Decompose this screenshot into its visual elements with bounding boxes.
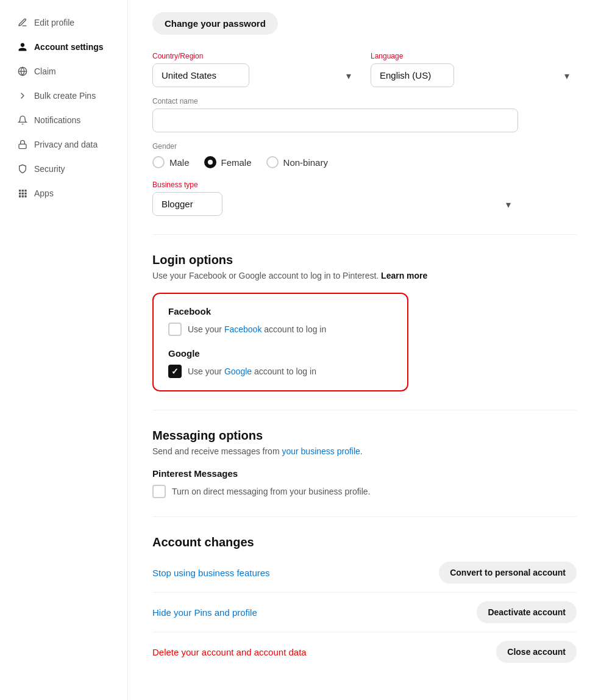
contact-name-input[interactable] bbox=[152, 109, 518, 132]
gender-nonbinary-text: Non-binary bbox=[283, 157, 328, 168]
sidebar-item-notifications[interactable]: Notifications bbox=[5, 109, 123, 132]
sidebar-item-account-settings[interactable]: Account settings bbox=[5, 35, 123, 59]
account-change-row-business: Stop using business features Convert to … bbox=[152, 553, 577, 593]
login-options-subtitle-text: Use your Facebook or Google account to l… bbox=[152, 271, 379, 280]
svg-rect-8 bbox=[24, 193, 26, 195]
account-change-row-hide: Hide your Pins and profile Deactivate ac… bbox=[152, 593, 577, 632]
account-changes-section: Account changes Stop using business feat… bbox=[152, 535, 577, 671]
svg-rect-9 bbox=[19, 195, 21, 197]
facebook-checkbox-label[interactable]: Use your Facebook account to log in bbox=[168, 323, 393, 336]
business-type-select[interactable]: Blogger Retailer Brand Publisher bbox=[152, 192, 222, 216]
pinterest-messages-checkbox-label[interactable]: Turn on direct messaging from your busin… bbox=[152, 485, 577, 498]
login-options-subtitle: Use your Facebook or Google account to l… bbox=[152, 271, 577, 280]
change-password-button[interactable]: Change your password bbox=[152, 12, 278, 35]
contact-name-label: Contact name bbox=[152, 97, 518, 105]
hide-pins-label: Hide your Pins and profile bbox=[152, 607, 257, 618]
svg-rect-11 bbox=[24, 195, 26, 197]
close-account-button[interactable]: Close account bbox=[496, 641, 577, 663]
gender-female-label[interactable]: Female bbox=[204, 156, 252, 168]
divider-3 bbox=[152, 516, 577, 517]
language-group: Language English (US) Spanish French bbox=[371, 52, 577, 87]
person-icon bbox=[17, 41, 28, 52]
sidebar: Edit profile Account settings Claim Bulk… bbox=[0, 0, 128, 700]
delete-account-label: Delete your account and account data bbox=[152, 647, 307, 657]
svg-rect-10 bbox=[22, 195, 24, 197]
google-checkbox-label[interactable]: Use your Google account to log in bbox=[168, 365, 393, 378]
facebook-checkbox-text: Use your Facebook account to log in bbox=[188, 324, 326, 334]
language-select-wrapper: English (US) Spanish French bbox=[371, 63, 577, 87]
lock-icon bbox=[17, 139, 28, 150]
google-option: Google Use your Google account to log in bbox=[168, 348, 393, 378]
sidebar-item-label: Account settings bbox=[34, 42, 104, 52]
gender-nonbinary-radio[interactable] bbox=[266, 156, 279, 168]
login-options-title: Login options bbox=[152, 253, 577, 267]
shield-icon bbox=[17, 163, 28, 174]
pins-link[interactable]: Pins bbox=[194, 607, 212, 618]
sidebar-item-apps[interactable]: Apps bbox=[5, 182, 123, 205]
divider-2 bbox=[152, 410, 577, 410]
contact-name-group: Contact name bbox=[152, 97, 518, 132]
language-select[interactable]: English (US) Spanish French bbox=[371, 63, 454, 87]
gender-male-radio[interactable] bbox=[152, 156, 165, 168]
google-link[interactable]: Google bbox=[224, 366, 252, 376]
country-select-wrapper: United States Canada United Kingdom bbox=[152, 63, 358, 87]
business-profile-link[interactable]: your business profile bbox=[282, 446, 360, 456]
learn-more-link[interactable]: Learn more bbox=[381, 271, 427, 280]
messaging-options-title: Messaging options bbox=[152, 429, 577, 443]
login-options-box: Facebook Use your Facebook account to lo… bbox=[152, 293, 408, 391]
gender-male-label[interactable]: Male bbox=[152, 156, 190, 168]
gender-female-radio[interactable] bbox=[204, 156, 216, 168]
globe-icon bbox=[17, 66, 28, 77]
facebook-checkbox[interactable] bbox=[168, 323, 182, 336]
gender-nonbinary-label[interactable]: Non-binary bbox=[266, 156, 328, 168]
main-content: Change your password Country/Region Unit… bbox=[128, 0, 601, 700]
facebook-option: Facebook Use your Facebook account to lo… bbox=[168, 306, 393, 336]
svg-rect-3 bbox=[19, 190, 21, 191]
arrow-right-icon bbox=[17, 90, 28, 101]
svg-rect-6 bbox=[19, 193, 21, 195]
stop-business-label: Stop using business features bbox=[152, 568, 270, 578]
sidebar-item-bulk-create-pins[interactable]: Bulk create Pins bbox=[5, 84, 123, 107]
divider-1 bbox=[152, 234, 577, 235]
business-type-select-wrapper: Blogger Retailer Brand Publisher bbox=[152, 192, 518, 216]
facebook-link[interactable]: Facebook bbox=[224, 324, 261, 334]
gender-female-text: Female bbox=[221, 157, 252, 168]
bell-icon bbox=[17, 115, 28, 126]
sidebar-item-label: Notifications bbox=[34, 115, 80, 125]
pinterest-messages-title: Pinterest Messages bbox=[152, 468, 577, 479]
svg-rect-4 bbox=[22, 190, 24, 191]
pencil-icon bbox=[17, 17, 28, 28]
svg-rect-2 bbox=[19, 144, 26, 148]
messaging-options-section: Messaging options Send and receive messa… bbox=[152, 429, 577, 498]
business-type-group: Business type Blogger Retailer Brand Pub… bbox=[152, 180, 518, 216]
sidebar-item-edit-profile[interactable]: Edit profile bbox=[5, 11, 123, 34]
gender-radio-group: Male Female Non-binary bbox=[152, 156, 577, 168]
business-type-label: Business type bbox=[152, 180, 518, 189]
gender-group: Gender Male Female Non-binary bbox=[152, 142, 577, 171]
convert-to-personal-button[interactable]: Convert to personal account bbox=[439, 562, 577, 584]
pinterest-messages-text: Turn on direct messaging from your busin… bbox=[172, 487, 371, 496]
sidebar-item-label: Apps bbox=[34, 188, 54, 198]
sidebar-item-label: Claim bbox=[34, 66, 56, 76]
google-checkbox[interactable] bbox=[168, 365, 182, 378]
sidebar-item-label: Privacy and data bbox=[34, 140, 98, 149]
sidebar-item-claim[interactable]: Claim bbox=[5, 60, 123, 83]
country-label: Country/Region bbox=[152, 52, 358, 60]
gender-label: Gender bbox=[152, 142, 577, 151]
deactivate-account-button[interactable]: Deactivate account bbox=[477, 601, 577, 623]
pinterest-messages-checkbox[interactable] bbox=[152, 485, 166, 498]
sidebar-item-label: Security bbox=[34, 164, 65, 174]
country-select[interactable]: United States Canada United Kingdom bbox=[152, 63, 249, 87]
grid-icon bbox=[17, 188, 28, 199]
sidebar-item-label: Edit profile bbox=[34, 18, 74, 27]
svg-rect-7 bbox=[22, 193, 24, 195]
sidebar-item-security[interactable]: Security bbox=[5, 157, 123, 180]
messaging-options-subtitle: Send and receive messages from your busi… bbox=[152, 446, 577, 456]
account-changes-title: Account changes bbox=[152, 535, 577, 549]
country-language-row: Country/Region United States Canada Unit… bbox=[152, 52, 577, 87]
country-group: Country/Region United States Canada Unit… bbox=[152, 52, 358, 87]
messaging-subtitle-text: Send and receive messages from your busi… bbox=[152, 446, 363, 456]
google-checkbox-text: Use your Google account to log in bbox=[188, 366, 316, 376]
sidebar-item-privacy-and-data[interactable]: Privacy and data bbox=[5, 133, 123, 156]
language-label: Language bbox=[371, 52, 577, 60]
